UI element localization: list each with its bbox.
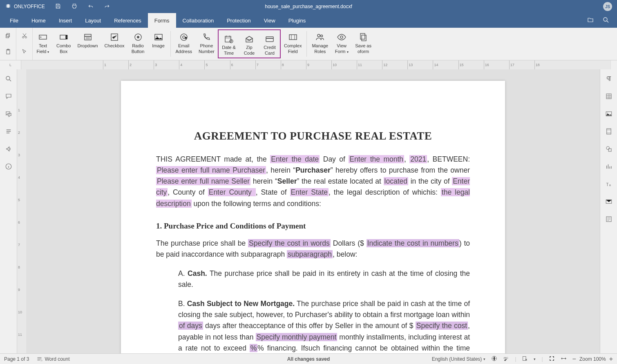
manage-roles-button[interactable]: Manage Roles	[308, 28, 331, 60]
field-subparagraph[interactable]: subparagraph	[287, 250, 333, 258]
zoom-level[interactable]: Zoom 100%	[579, 356, 606, 362]
search-icon[interactable]	[602, 16, 610, 25]
spellcheck-icon[interactable]	[491, 355, 497, 363]
tab-protection[interactable]: Protection	[220, 13, 257, 28]
field-cost-words[interactable]: Specify the cost in words	[248, 239, 331, 247]
page-indicator[interactable]: Page 1 of 3	[4, 356, 29, 362]
svg-point-17	[183, 36, 185, 38]
about-icon[interactable]	[5, 163, 12, 171]
fit-width-icon[interactable]	[561, 355, 567, 363]
shape-settings-icon[interactable]	[605, 145, 613, 154]
ribbon-forms: Text Field ▾ Combo Box Dropdown Checkbox…	[0, 28, 617, 60]
zoom-in-button[interactable]: +	[609, 355, 613, 363]
svg-point-0	[604, 18, 607, 21]
select-icon[interactable]	[16, 44, 32, 60]
header-footer-icon[interactable]	[605, 128, 613, 136]
checkbox-button[interactable]: Checkbox	[101, 28, 128, 60]
radio-button-label: Radio Button	[132, 43, 145, 55]
fit-page-icon[interactable]	[549, 355, 555, 363]
tab-insert[interactable]: Insert	[52, 13, 79, 28]
headings-icon[interactable]	[5, 128, 12, 136]
paragraph-settings-icon[interactable]	[605, 75, 613, 84]
field-state[interactable]: Enter State	[290, 188, 329, 196]
field-located[interactable]: located	[384, 177, 408, 185]
form-settings-icon[interactable]	[605, 215, 613, 224]
combo-box-button[interactable]: Combo Box	[53, 28, 74, 60]
field-purchaser[interactable]: Please enter full name Purchaser	[156, 166, 266, 174]
table-settings-icon[interactable]	[605, 93, 613, 101]
language-selector[interactable]: English (United States)▾	[432, 356, 486, 362]
field-cost-numbers[interactable]: Indicate the cost in numbers	[367, 239, 459, 247]
zip-code-label: Zip Code	[244, 45, 255, 56]
copy-icon[interactable]	[0, 28, 16, 44]
save-icon[interactable]	[55, 3, 61, 11]
dropdown-button[interactable]: Dropdown	[74, 28, 101, 60]
svg-point-15	[156, 36, 157, 37]
chart-settings-icon[interactable]	[605, 163, 613, 171]
print-icon[interactable]	[71, 3, 78, 11]
field-specify-cost[interactable]: Specify the cost	[416, 322, 468, 330]
redo-icon[interactable]	[104, 3, 110, 11]
field-days[interactable]: of days	[178, 322, 203, 330]
dropdown-label: Dropdown	[77, 43, 98, 49]
image-settings-icon[interactable]	[605, 110, 613, 119]
email-address-button[interactable]: Email Address	[172, 28, 195, 60]
section-1-heading: 1. Purchase Price and Conditions of Paym…	[156, 222, 470, 231]
image-button[interactable]: Image	[148, 28, 169, 60]
document-canvas[interactable]: AGREEMENT TO PURCHASE REAL ESTATE THIS A…	[26, 69, 600, 353]
clause-b: B. Cash Subject to New Mortgage. The pur…	[178, 298, 470, 353]
tab-layout[interactable]: Layout	[78, 13, 107, 28]
vertical-ruler[interactable]: 1234567891011	[17, 69, 26, 353]
tab-home[interactable]: Home	[25, 13, 52, 28]
field-month[interactable]: Enter the month	[349, 155, 404, 163]
field-year[interactable]: 2021	[409, 155, 427, 163]
radio-button-button[interactable]: Radio Button	[128, 28, 148, 60]
mail-merge-icon[interactable]	[605, 198, 613, 206]
app-logo: ONLYOFFICE	[5, 3, 45, 10]
field-county[interactable]: Enter County	[208, 188, 256, 196]
save-as-oform-button[interactable]: Save as oform	[352, 28, 375, 60]
svg-text:ZIP: ZIP	[247, 39, 251, 41]
chat-icon[interactable]	[5, 110, 12, 119]
open-location-icon[interactable]	[587, 16, 594, 25]
date-time-button[interactable]: Date & Time	[219, 30, 239, 58]
find-icon[interactable]	[5, 75, 12, 84]
field-date[interactable]: Enter the date	[270, 155, 320, 163]
svg-rect-33	[606, 129, 611, 134]
word-count[interactable]: 123 Word count	[36, 356, 69, 362]
price-paragraph: The purchase price shall be Specify the …	[156, 238, 470, 260]
text-field-button[interactable]: Text Field ▾	[33, 28, 53, 60]
svg-rect-21	[266, 37, 273, 42]
comments-icon[interactable]	[5, 93, 12, 101]
phone-number-button[interactable]: Phone Number	[195, 28, 218, 60]
left-panel	[0, 69, 17, 353]
tab-collaboration[interactable]: Collaboration	[176, 13, 221, 28]
zoom-out-button[interactable]: −	[572, 355, 576, 363]
tab-references[interactable]: References	[107, 13, 148, 28]
feedback-icon[interactable]	[5, 145, 12, 154]
text-art-icon[interactable]: Ta	[605, 180, 613, 189]
horizontal-ruler[interactable]: 123456789101112131415161718	[21, 60, 617, 69]
svg-text:a: a	[609, 183, 611, 187]
save-as-oform-label: Save as oform	[355, 43, 371, 55]
field-percent[interactable]: %	[250, 344, 258, 352]
menu-bar: File Home Insert Layout References Forms…	[0, 13, 617, 28]
undo-icon[interactable]	[87, 3, 94, 11]
complex-field-button[interactable]: Complex Field	[281, 28, 305, 60]
spelling-abc-icon[interactable]: ABC	[503, 355, 509, 363]
svg-rect-1	[7, 33, 9, 37]
view-form-button[interactable]: View Form ▾	[331, 28, 352, 60]
zip-code-button[interactable]: ZIPZip Code	[239, 30, 259, 58]
page: AGREEMENT TO PURCHASE REAL ESTATE THIS A…	[121, 81, 505, 353]
cut-icon[interactable]	[16, 28, 32, 44]
paste-icon[interactable]	[0, 44, 16, 60]
track-changes-icon[interactable]	[522, 355, 528, 363]
credit-card-button[interactable]: Credit Card	[259, 30, 280, 58]
field-seller[interactable]: Please enter full name Seller	[156, 177, 250, 185]
tab-file[interactable]: File	[3, 13, 25, 28]
user-avatar[interactable]: JS	[603, 2, 612, 11]
field-monthly-payment[interactable]: Specify monthly payment	[256, 333, 338, 341]
tab-forms[interactable]: Forms	[148, 13, 176, 28]
tab-view[interactable]: View	[257, 13, 282, 28]
tab-plugins[interactable]: Plugins	[282, 13, 313, 28]
